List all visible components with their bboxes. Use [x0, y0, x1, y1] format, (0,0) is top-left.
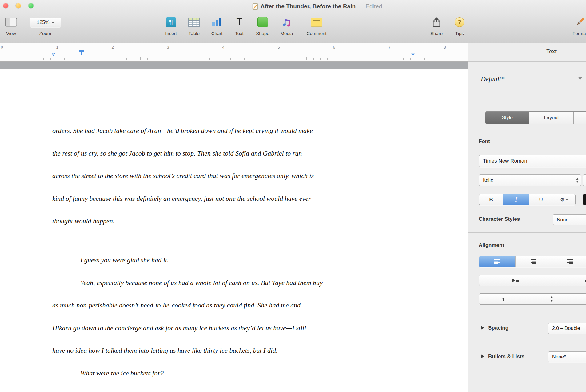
- ruler-inch-label: 1: [56, 45, 58, 49]
- zoom-window-button[interactable]: [28, 3, 34, 8]
- increase-indent-button[interactable]: [552, 275, 586, 286]
- ruler-tick: [189, 58, 189, 60]
- font-size-field[interactable]: [583, 174, 586, 186]
- minimize-window-button[interactable]: [16, 3, 21, 8]
- media-icon: [281, 15, 292, 29]
- document-line[interactable]: Hikaru go down to the concierge and ask …: [52, 317, 323, 339]
- valign-middle-button[interactable]: [528, 294, 576, 304]
- ruler-inch-label: 6: [333, 45, 335, 49]
- ruler-tick: [397, 58, 397, 60]
- ruler-tick: [348, 58, 348, 60]
- bullets-lists-dropdown[interactable]: None*: [548, 351, 586, 362]
- document-line[interactable]: I guess you were glad she had it.: [52, 249, 323, 271]
- close-window-button[interactable]: [3, 3, 8, 8]
- divider: [468, 313, 586, 313]
- ruler-tick: [126, 58, 127, 60]
- tab-style[interactable]: Style: [485, 112, 529, 124]
- ruler-tick: [265, 58, 265, 60]
- ruler[interactable]: 012345678: [0, 43, 468, 62]
- document-line[interactable]: the rest of us cry, so she got Jacob to …: [52, 142, 323, 165]
- outdent-icon: [512, 278, 519, 283]
- paragraph[interactable]: What were the ice buckets for?: [52, 362, 323, 385]
- document-line[interactable]: orders. She had Jacob take care of Aran—…: [52, 119, 323, 142]
- chart-button[interactable]: Chart: [206, 15, 228, 36]
- document-line[interactable]: Yeah, especially because none of us had …: [52, 271, 323, 294]
- ruler-inch-label: 7: [388, 45, 390, 49]
- share-button[interactable]: Share: [425, 15, 448, 36]
- sidebar-panel-title: Text: [468, 49, 586, 55]
- ruler-tick: [50, 58, 51, 60]
- align-center-button[interactable]: [515, 256, 552, 267]
- decrease-indent-button[interactable]: [479, 275, 552, 286]
- format-button[interactable]: Format: [568, 15, 586, 36]
- titlebar[interactable]: After the Thunder, Before the Rain — Edi…: [0, 0, 586, 12]
- right-indent-marker[interactable]: [411, 53, 415, 56]
- ruler-tick: [341, 58, 341, 60]
- gear-icon: ⚙: [560, 197, 564, 203]
- ruler-tick: [64, 58, 65, 60]
- chevron-down-icon: [578, 77, 582, 80]
- bullets-disclosure-icon[interactable]: [481, 354, 484, 358]
- ruler-tick: [410, 58, 411, 60]
- tips-button[interactable]: ? Tips: [448, 15, 471, 36]
- document-page[interactable]: orders. She had Jacob take care of Aran—…: [0, 69, 468, 392]
- typeface-value: Italic: [483, 177, 574, 183]
- bold-button[interactable]: B: [479, 194, 503, 205]
- typeface-dropdown[interactable]: Italic: [479, 174, 581, 186]
- spacing-dropdown[interactable]: 2.0 – Double: [548, 323, 586, 334]
- zoom-dropdown[interactable]: 125%: [30, 18, 61, 27]
- document-line[interactable]: What were the ice buckets for?: [52, 362, 323, 385]
- window-title-group: After the Thunder, Before the Rain — Edi…: [252, 3, 382, 10]
- advanced-options-button[interactable]: ⚙: [553, 194, 575, 205]
- ruler-inch-label: 5: [277, 45, 280, 49]
- ruler-tick: [175, 58, 175, 60]
- ruler-tick: [286, 58, 286, 60]
- underline-button[interactable]: U: [529, 194, 552, 205]
- bullets-lists-value: None*: [552, 354, 586, 360]
- ruler-tick: [78, 58, 78, 60]
- valign-top-button[interactable]: [479, 294, 528, 304]
- document-line[interactable]: across the street to the store with the …: [52, 164, 323, 187]
- spacing-value: 2.0 – Double: [552, 326, 586, 331]
- ruler-tick: [417, 57, 417, 60]
- character-styles-dropdown[interactable]: None: [553, 214, 586, 225]
- ruler-tick: [306, 57, 307, 60]
- align-right-button[interactable]: [552, 256, 586, 267]
- paragraph[interactable]: I guess you were glad she had it.: [52, 249, 323, 271]
- text-color-well[interactable]: [583, 194, 586, 205]
- shape-label: Shape: [256, 31, 269, 36]
- view-button[interactable]: View: [0, 15, 22, 36]
- ruler-tick: [369, 58, 369, 60]
- window-controls: [3, 3, 34, 8]
- table-button[interactable]: Table: [183, 15, 205, 36]
- shape-button[interactable]: Shape: [252, 15, 274, 36]
- align-left-button[interactable]: [479, 256, 515, 267]
- document-line[interactable]: as much non-perishable doesn’t-need-to-b…: [52, 294, 323, 317]
- spacing-disclosure-icon[interactable]: [481, 326, 484, 330]
- ruler-tick: [182, 58, 182, 60]
- ruler-tick: [92, 58, 92, 60]
- document-line[interactable]: thought would happen.: [52, 210, 323, 232]
- left-indent-marker[interactable]: [51, 53, 55, 56]
- ruler-tick: [147, 58, 148, 60]
- first-line-indent-marker[interactable]: [79, 50, 84, 56]
- document-line[interactable]: kind of funny because this was definitel…: [52, 187, 323, 210]
- ruler-tick: [431, 58, 431, 60]
- italic-button[interactable]: I: [503, 194, 529, 205]
- paragraph[interactable]: orders. She had Jacob take care of Aran—…: [52, 119, 323, 232]
- align-right-icon: [567, 259, 573, 264]
- tab-more[interactable]: [573, 112, 586, 124]
- text-button[interactable]: T Text: [228, 15, 250, 36]
- insert-button[interactable]: ¶ Insert: [160, 15, 182, 36]
- media-button[interactable]: Media: [276, 15, 298, 36]
- chevron-down-icon: [52, 22, 54, 23]
- document-line[interactable]: have no idea how I talked them into lett…: [52, 339, 323, 362]
- share-icon: [432, 15, 441, 29]
- paragraph[interactable]: Yeah, especially because none of us had …: [52, 271, 323, 362]
- document-text[interactable]: orders. She had Jacob take care of Aran—…: [52, 119, 323, 385]
- valign-bottom-button[interactable]: [576, 294, 586, 304]
- comment-button[interactable]: Comment: [303, 15, 330, 36]
- font-family-dropdown[interactable]: Times New Roman: [479, 155, 586, 167]
- ruler-tick: [459, 58, 459, 60]
- tab-layout[interactable]: Layout: [529, 112, 573, 124]
